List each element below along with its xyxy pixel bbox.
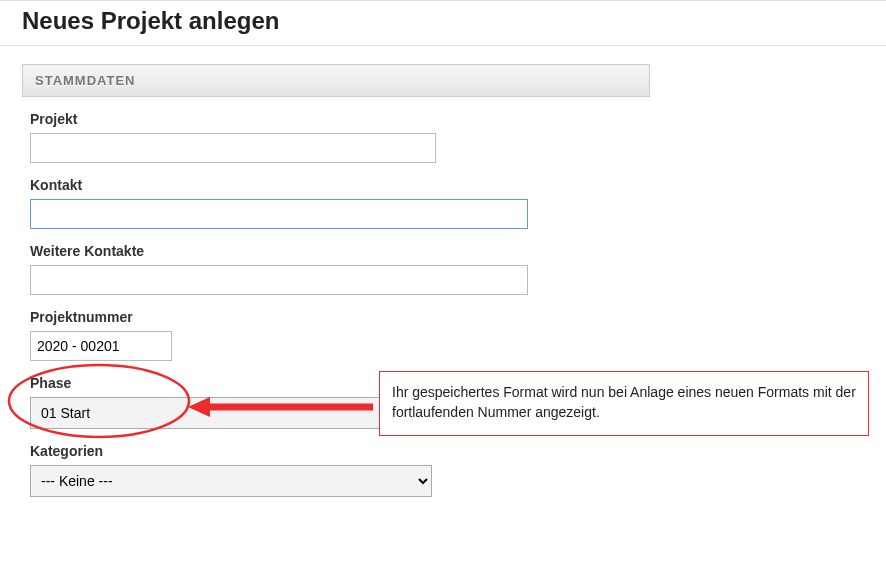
input-weitere-kontakte[interactable] <box>30 265 528 295</box>
label-kategorien: Kategorien <box>30 443 642 459</box>
input-projektnummer[interactable] <box>30 331 172 361</box>
annotation-text: Ihr gespeichertes Format wird nun bei An… <box>392 384 856 420</box>
page-title: Neues Projekt anlegen <box>0 0 886 46</box>
label-kontakt: Kontakt <box>30 177 642 193</box>
select-kategorien[interactable]: --- Keine --- <box>30 465 432 497</box>
field-kontakt: Kontakt <box>30 177 642 229</box>
field-kategorien: Kategorien --- Keine --- <box>30 443 642 497</box>
input-kontakt[interactable] <box>30 199 528 229</box>
section-header-stammdaten: STAMMDATEN <box>22 64 650 97</box>
field-weitere-kontakte: Weitere Kontakte <box>30 243 642 295</box>
field-projekt: Projekt <box>30 111 642 163</box>
label-projekt: Projekt <box>30 111 642 127</box>
fields-container: Projekt Kontakt Weitere Kontakte Projekt… <box>22 97 650 497</box>
label-weitere-kontakte: Weitere Kontakte <box>30 243 642 259</box>
label-projektnummer: Projektnummer <box>30 309 642 325</box>
input-projekt[interactable] <box>30 133 436 163</box>
field-projektnummer: Projektnummer <box>30 309 642 361</box>
select-phase[interactable]: 01 Start <box>30 397 432 429</box>
annotation-callout: Ihr gespeichertes Format wird nun bei An… <box>379 371 869 436</box>
